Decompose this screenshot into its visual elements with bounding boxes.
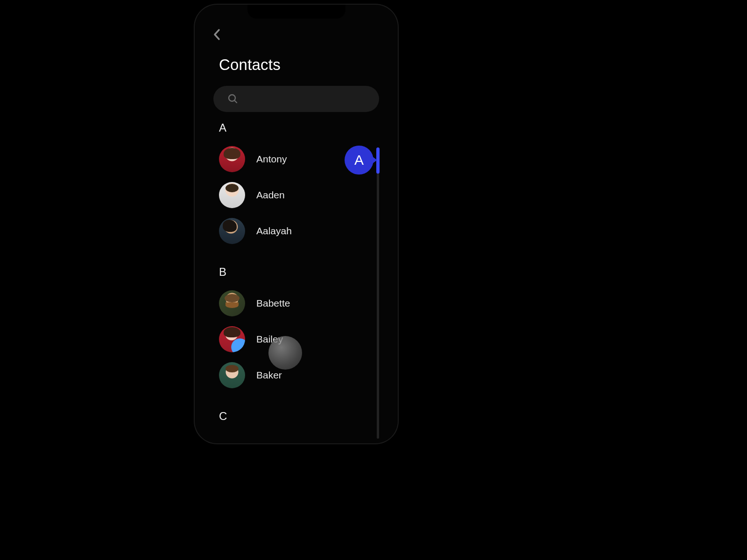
- avatar: [219, 218, 245, 244]
- contact-name: Antony: [256, 154, 287, 165]
- search-input[interactable]: [213, 86, 379, 112]
- contact-row[interactable]: Babette: [219, 285, 398, 321]
- contact-row[interactable]: Aaden: [219, 177, 398, 213]
- section-header-b: B: [219, 266, 398, 279]
- contact-row[interactable]: Aalayah: [219, 213, 398, 249]
- back-button[interactable]: [210, 27, 225, 42]
- avatar: [219, 290, 245, 316]
- search-icon: [227, 93, 239, 105]
- avatar: [219, 326, 245, 352]
- device-notch: [247, 5, 345, 19]
- alpha-scroll-track[interactable]: [377, 147, 379, 439]
- avatar: [219, 362, 245, 388]
- phone-frame: Contacts A Antony Aaden Aalayah B Babett…: [195, 5, 398, 443]
- contact-name: Bailey: [256, 334, 283, 345]
- avatar: [219, 146, 245, 172]
- chevron-left-icon: [212, 28, 222, 41]
- svg-line-1: [234, 100, 237, 103]
- avatar: [219, 182, 245, 208]
- alpha-index-bubble: A: [345, 146, 374, 175]
- contact-row[interactable]: Baker: [219, 357, 398, 393]
- contact-name: Babette: [256, 298, 290, 309]
- contact-name: Aalayah: [256, 225, 292, 237]
- section-header-a: A: [219, 121, 398, 134]
- page-title: Contacts: [219, 56, 398, 74]
- contact-name: Baker: [256, 370, 282, 381]
- section-header-c: C: [219, 410, 398, 423]
- contact-name: Aaden: [256, 189, 285, 201]
- screen: Contacts A Antony Aaden Aalayah B Babett…: [195, 5, 398, 443]
- contact-row[interactable]: Bailey: [219, 321, 398, 357]
